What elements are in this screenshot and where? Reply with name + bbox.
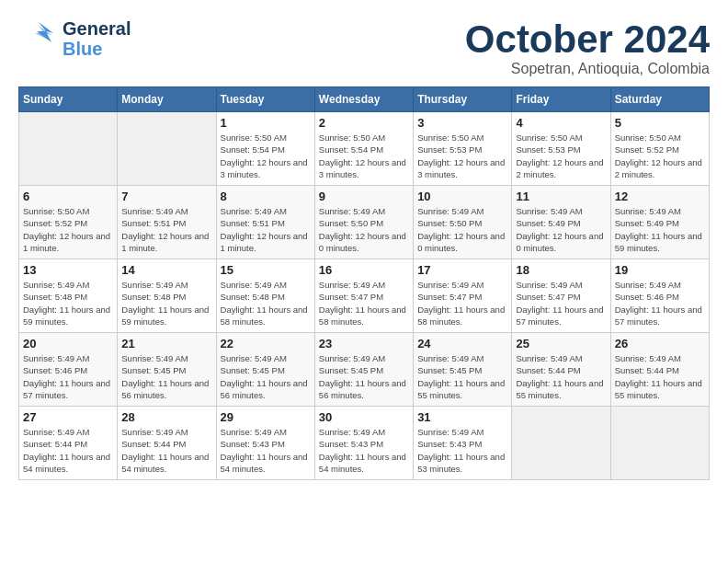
day-info: Sunrise: 5:49 AM Sunset: 5:51 PM Dayligh… <box>221 205 311 254</box>
calendar-day-cell: 19Sunrise: 5:49 AM Sunset: 5:46 PM Dayli… <box>610 259 709 333</box>
calendar-day-cell: 25Sunrise: 5:49 AM Sunset: 5:44 PM Dayli… <box>512 333 610 407</box>
calendar-day-cell: 26Sunrise: 5:49 AM Sunset: 5:44 PM Dayli… <box>610 333 709 407</box>
day-number: 5 <box>615 116 705 130</box>
day-info: Sunrise: 5:49 AM Sunset: 5:45 PM Dayligh… <box>121 352 211 401</box>
calendar-day-cell: 21Sunrise: 5:49 AM Sunset: 5:45 PM Dayli… <box>118 333 216 407</box>
day-info: Sunrise: 5:50 AM Sunset: 5:52 PM Dayligh… <box>23 205 113 254</box>
logo-bird-container <box>18 20 59 57</box>
day-info: Sunrise: 5:49 AM Sunset: 5:50 PM Dayligh… <box>319 205 409 254</box>
day-number: 19 <box>615 263 705 277</box>
logo-general-text: General <box>63 18 131 39</box>
calendar-day-cell: 24Sunrise: 5:49 AM Sunset: 5:45 PM Dayli… <box>414 333 512 407</box>
calendar-day-cell <box>19 112 118 186</box>
day-info: Sunrise: 5:49 AM Sunset: 5:47 PM Dayligh… <box>319 279 409 327</box>
day-number: 29 <box>221 410 311 424</box>
day-info: Sunrise: 5:49 AM Sunset: 5:46 PM Dayligh… <box>615 279 705 327</box>
logo-container: General Blue <box>18 18 131 59</box>
day-info: Sunrise: 5:49 AM Sunset: 5:48 PM Dayligh… <box>221 279 311 327</box>
day-number: 17 <box>417 263 507 277</box>
calendar-day-cell: 11Sunrise: 5:49 AM Sunset: 5:49 PM Dayli… <box>512 186 610 259</box>
logo: General Blue <box>18 18 131 59</box>
weekday-header-cell: Saturday <box>610 87 709 112</box>
calendar-day-cell: 4Sunrise: 5:50 AM Sunset: 5:53 PM Daylig… <box>512 112 610 186</box>
calendar-body: 1Sunrise: 5:50 AM Sunset: 5:54 PM Daylig… <box>19 112 710 480</box>
calendar-day-cell: 3Sunrise: 5:50 AM Sunset: 5:53 PM Daylig… <box>414 112 512 186</box>
weekday-header-cell: Thursday <box>414 87 512 112</box>
day-number: 8 <box>221 190 311 203</box>
calendar-day-cell: 2Sunrise: 5:50 AM Sunset: 5:54 PM Daylig… <box>314 112 413 186</box>
day-info: Sunrise: 5:49 AM Sunset: 5:43 PM Dayligh… <box>319 426 409 475</box>
calendar-week-row: 1Sunrise: 5:50 AM Sunset: 5:54 PM Daylig… <box>19 112 710 186</box>
day-number: 23 <box>319 337 409 350</box>
weekday-header-cell: Friday <box>512 87 610 112</box>
calendar-day-cell: 5Sunrise: 5:50 AM Sunset: 5:52 PM Daylig… <box>610 112 709 186</box>
day-number: 2 <box>319 116 409 130</box>
logo-text-container: General Blue <box>63 18 131 59</box>
calendar-day-cell: 23Sunrise: 5:49 AM Sunset: 5:45 PM Dayli… <box>314 333 413 407</box>
day-info: Sunrise: 5:50 AM Sunset: 5:52 PM Dayligh… <box>615 132 705 180</box>
day-info: Sunrise: 5:49 AM Sunset: 5:50 PM Dayligh… <box>417 205 507 254</box>
calendar-day-cell: 7Sunrise: 5:49 AM Sunset: 5:51 PM Daylig… <box>118 186 216 259</box>
calendar-day-cell: 29Sunrise: 5:49 AM Sunset: 5:43 PM Dayli… <box>216 407 314 480</box>
calendar-day-cell: 10Sunrise: 5:49 AM Sunset: 5:50 PM Dayli… <box>414 186 512 259</box>
day-number: 25 <box>516 337 606 350</box>
calendar-day-cell: 22Sunrise: 5:49 AM Sunset: 5:45 PM Dayli… <box>216 333 314 407</box>
day-number: 18 <box>516 263 606 277</box>
day-number: 11 <box>516 190 606 203</box>
day-number: 27 <box>23 410 113 424</box>
weekday-header-row: SundayMondayTuesdayWednesdayThursdayFrid… <box>19 87 710 112</box>
calendar-week-row: 27Sunrise: 5:49 AM Sunset: 5:44 PM Dayli… <box>19 407 710 480</box>
calendar-week-row: 20Sunrise: 5:49 AM Sunset: 5:46 PM Dayli… <box>19 333 710 407</box>
day-number: 26 <box>615 337 705 350</box>
calendar-day-cell: 20Sunrise: 5:49 AM Sunset: 5:46 PM Dayli… <box>19 333 118 407</box>
weekday-header-cell: Tuesday <box>216 87 314 112</box>
calendar-day-cell <box>512 407 610 480</box>
day-info: Sunrise: 5:49 AM Sunset: 5:48 PM Dayligh… <box>121 279 211 327</box>
page-header: General Blue October 2024 Sopetran, Anti… <box>18 18 710 77</box>
day-number: 3 <box>417 116 507 130</box>
day-info: Sunrise: 5:50 AM Sunset: 5:53 PM Dayligh… <box>417 132 507 180</box>
day-info: Sunrise: 5:49 AM Sunset: 5:51 PM Dayligh… <box>121 205 211 254</box>
day-info: Sunrise: 5:49 AM Sunset: 5:45 PM Dayligh… <box>417 352 507 401</box>
title-area: October 2024 Sopetran, Antioquia, Colomb… <box>465 18 710 77</box>
day-number: 12 <box>615 190 705 203</box>
calendar-day-cell: 8Sunrise: 5:49 AM Sunset: 5:51 PM Daylig… <box>216 186 314 259</box>
calendar-day-cell: 18Sunrise: 5:49 AM Sunset: 5:47 PM Dayli… <box>512 259 610 333</box>
day-info: Sunrise: 5:49 AM Sunset: 5:44 PM Dayligh… <box>516 352 606 401</box>
day-info: Sunrise: 5:50 AM Sunset: 5:54 PM Dayligh… <box>319 132 409 180</box>
day-info: Sunrise: 5:49 AM Sunset: 5:43 PM Dayligh… <box>221 426 311 475</box>
day-number: 7 <box>121 190 211 203</box>
day-info: Sunrise: 5:49 AM Sunset: 5:47 PM Dayligh… <box>516 279 606 327</box>
day-info: Sunrise: 5:49 AM Sunset: 5:44 PM Dayligh… <box>121 426 211 475</box>
calendar-day-cell: 16Sunrise: 5:49 AM Sunset: 5:47 PM Dayli… <box>314 259 413 333</box>
calendar-day-cell: 13Sunrise: 5:49 AM Sunset: 5:48 PM Dayli… <box>19 259 118 333</box>
day-number: 20 <box>23 337 113 350</box>
day-number: 4 <box>516 116 606 130</box>
day-info: Sunrise: 5:49 AM Sunset: 5:48 PM Dayligh… <box>23 279 113 327</box>
calendar-day-cell: 9Sunrise: 5:49 AM Sunset: 5:50 PM Daylig… <box>314 186 413 259</box>
calendar-day-cell: 15Sunrise: 5:49 AM Sunset: 5:48 PM Dayli… <box>216 259 314 333</box>
calendar-week-row: 6Sunrise: 5:50 AM Sunset: 5:52 PM Daylig… <box>19 186 710 259</box>
calendar-week-row: 13Sunrise: 5:49 AM Sunset: 5:48 PM Dayli… <box>19 259 710 333</box>
calendar-day-cell <box>118 112 216 186</box>
day-info: Sunrise: 5:49 AM Sunset: 5:49 PM Dayligh… <box>615 205 705 254</box>
day-number: 1 <box>221 116 311 130</box>
day-info: Sunrise: 5:49 AM Sunset: 5:44 PM Dayligh… <box>615 352 705 401</box>
weekday-header-cell: Sunday <box>19 87 118 112</box>
day-number: 6 <box>23 190 113 203</box>
calendar-day-cell: 17Sunrise: 5:49 AM Sunset: 5:47 PM Dayli… <box>414 259 512 333</box>
day-info: Sunrise: 5:50 AM Sunset: 5:54 PM Dayligh… <box>221 132 311 180</box>
calendar-day-cell <box>610 407 709 480</box>
calendar-day-cell: 6Sunrise: 5:50 AM Sunset: 5:52 PM Daylig… <box>19 186 118 259</box>
calendar-table: SundayMondayTuesdayWednesdayThursdayFrid… <box>18 86 710 480</box>
weekday-header-cell: Monday <box>118 87 216 112</box>
day-number: 22 <box>221 337 311 350</box>
calendar-day-cell: 12Sunrise: 5:49 AM Sunset: 5:49 PM Dayli… <box>610 186 709 259</box>
logo-bird-svg <box>18 20 59 57</box>
day-number: 21 <box>121 337 211 350</box>
day-number: 16 <box>319 263 409 277</box>
calendar-day-cell: 14Sunrise: 5:49 AM Sunset: 5:48 PM Dayli… <box>118 259 216 333</box>
day-info: Sunrise: 5:49 AM Sunset: 5:47 PM Dayligh… <box>417 279 507 327</box>
location-subtitle: Sopetran, Antioquia, Colombia <box>465 61 710 77</box>
day-number: 30 <box>319 410 409 424</box>
